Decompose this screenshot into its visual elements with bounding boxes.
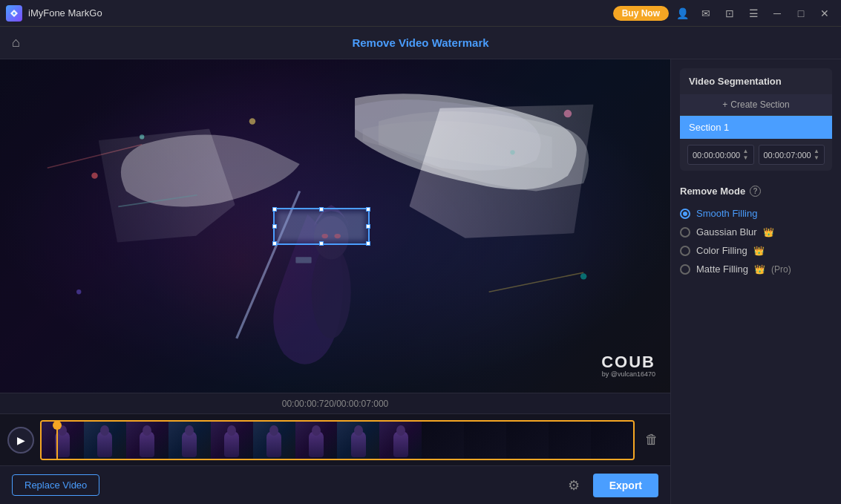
svg-point-10 [510,150,514,154]
svg-point-8 [140,134,144,139]
matte-label: Matte Filling [696,264,748,275]
timeline-frame [253,422,295,459]
delete-icon: 🗑 [645,432,658,448]
remove-mode-matte[interactable]: Matte Filling 👑 (Pro) [680,260,832,278]
close-button[interactable]: ✕ [814,3,835,24]
remove-mode-info-icon[interactable]: ? [750,186,761,197]
timeline-area: ▶ [0,413,670,465]
right-panel: Video Segmentation + Create Section Sect… [670,59,841,504]
start-time-down[interactable]: ▼ [743,155,749,161]
coub-brand-text: COUB [601,353,655,372]
timeline-frame [84,422,126,459]
timeline-frame [506,422,549,459]
settings-button[interactable]: ⚙ [562,474,586,497]
video-background: COUB by @vulcan16470 [0,59,670,393]
resize-handle-bottom-left[interactable] [272,241,277,246]
user-button[interactable]: 👤 [672,3,693,24]
settings-icon: ⚙ [568,477,580,494]
mail-button[interactable]: ✉ [696,3,716,24]
bottom-bar: Replace Video ⚙ Export [0,465,670,504]
gaussian-radio-circle[interactable] [680,227,690,238]
title-right: Buy Now 👤 ✉ ⊡ ☰ ─ □ ✕ [613,3,835,24]
mail-icon: ✉ [701,7,710,19]
page-title: Remove Video Watermark [352,36,488,49]
color-crown-icon: 👑 [753,246,765,256]
color-radio-circle[interactable] [680,246,690,256]
create-section-button[interactable]: + Create Section [680,94,832,116]
start-time-value: 00:00:00:000 [693,151,740,160]
delete-timeline-button[interactable]: 🗑 [641,429,663,451]
close-icon: ✕ [820,7,829,19]
home-icon: ⌂ [12,35,20,50]
video-segmentation-header: Video Segmentation [680,68,832,94]
app-title: iMyFone MarkGo [28,7,102,19]
timeline-frame [422,422,464,459]
remove-mode-title: Remove Mode [680,186,745,197]
plus-icon: + [722,99,727,110]
play-button[interactable]: ▶ [7,427,34,454]
section1-label: Section 1 [689,122,729,133]
watermark-selection-box[interactable] [273,208,370,245]
timeline-frame [126,422,168,459]
replace-video-button[interactable]: Replace Video [12,474,99,496]
play-icon: ▶ [17,434,25,446]
bottom-right: ⚙ Export [562,474,658,497]
start-time-up[interactable]: ▲ [743,148,749,154]
start-time-spinners: ▲ ▼ [743,148,749,161]
home-button[interactable]: ⌂ [12,35,20,50]
time-value: 00:00:00:720/00:00:07:000 [282,399,388,409]
resize-handle-bottom-middle[interactable] [319,241,324,246]
timeline-frame [295,422,338,459]
remove-mode-color[interactable]: Color Filling 👑 [680,241,832,260]
resize-handle-middle-right[interactable] [366,224,370,229]
video-segmentation-section: Video Segmentation + Create Section Sect… [680,68,832,171]
end-time-up[interactable]: ▲ [814,148,819,154]
export-button[interactable]: Export [593,474,658,497]
menu-icon: ☰ [749,7,759,19]
menu-button[interactable]: ☰ [743,3,764,24]
matte-radio-circle[interactable] [680,264,690,275]
maximize-button[interactable]: □ [791,3,811,24]
resize-handle-top-right[interactable] [366,207,370,212]
timeline-frame [549,422,591,459]
maximize-icon: □ [798,7,804,19]
gaussian-crown-icon: 👑 [763,227,774,238]
smooth-radio-circle[interactable] [680,209,690,219]
video-container[interactable]: COUB by @vulcan16470 [0,59,670,393]
resize-handle-top-left[interactable] [272,207,277,212]
timeline-frame [591,422,633,459]
minimize-icon: ─ [773,7,781,19]
pro-badge: (Pro) [771,264,791,275]
svg-point-12 [76,289,81,294]
section1-item[interactable]: Section 1 [680,116,832,139]
remove-mode-gaussian[interactable]: Gaussian Blur 👑 [680,223,832,241]
svg-rect-6 [295,257,311,263]
remove-mode-section: Remove Mode ? Smooth Filling Gaussian Bl… [680,180,832,284]
timeline-scrubber[interactable] [56,422,58,459]
resize-handle-middle-left[interactable] [272,224,277,229]
timeline-frame [379,422,422,459]
window-button[interactable]: ⊡ [719,3,740,24]
timeline-track[interactable] [40,420,635,460]
timeline-frame [464,422,506,459]
end-time-down[interactable]: ▼ [814,155,819,161]
timeline-frames [42,422,633,459]
end-time-value: 00:00:07:000 [764,151,811,160]
matte-crown-icon: 👑 [754,264,765,275]
timeline-frame [337,422,379,459]
start-time-input[interactable]: 00:00:00:000 ▲ ▼ [687,145,754,165]
title-bar: iMyFone MarkGo Buy Now 👤 ✉ ⊡ ☰ ─ □ ✕ [0,0,841,27]
color-label: Color Filling [696,245,747,256]
create-section-label: Create Section [730,99,789,110]
resize-handle-bottom-right[interactable] [366,241,370,246]
minimize-button[interactable]: ─ [767,3,788,24]
resize-handle-top-middle[interactable] [319,207,324,212]
remove-mode-header: Remove Mode ? [680,186,832,197]
smooth-label: Smooth Filling [696,208,757,219]
title-left: iMyFone MarkGo [6,5,102,22]
app-logo [6,5,22,22]
remove-mode-smooth[interactable]: Smooth Filling [680,204,832,223]
end-time-input[interactable]: 00:00:07:000 ▲ ▼ [759,145,825,165]
buy-now-button[interactable]: Buy Now [613,6,669,21]
window-icon: ⊡ [725,7,734,19]
